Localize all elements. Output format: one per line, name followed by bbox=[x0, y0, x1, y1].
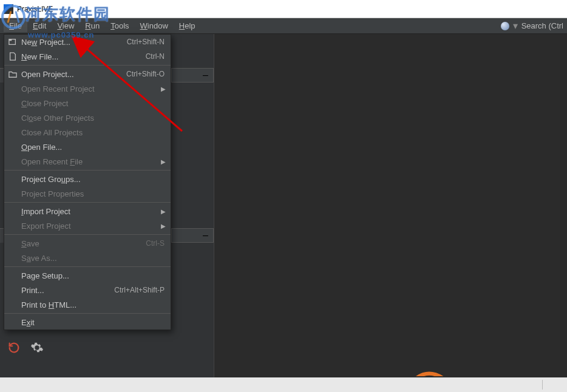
menu-item-open-recent-project: Open Recent Project▶ bbox=[4, 81, 171, 96]
menu-shortcut: Ctrl-N bbox=[146, 52, 165, 61]
menu-item-exit[interactable]: Exit bbox=[4, 315, 171, 329]
sidebar-bottom-icons bbox=[7, 341, 44, 357]
status-separator bbox=[542, 380, 543, 390]
svg-rect-1 bbox=[9, 39, 12, 41]
search-icon bbox=[501, 22, 509, 30]
new-file-icon bbox=[8, 52, 18, 61]
menu-edit[interactable]: Edit bbox=[27, 19, 52, 32]
menu-shortcut: Ctrl+Shift-O bbox=[126, 70, 165, 78]
submenu-arrow-icon: ▶ bbox=[161, 208, 166, 215]
gear-icon[interactable] bbox=[30, 341, 44, 357]
open-project-icon bbox=[8, 69, 18, 79]
menu-item-import-project[interactable]: Import Project▶ bbox=[4, 204, 171, 218]
menu-item-label: Open File... bbox=[21, 143, 165, 152]
menu-item-label: Save bbox=[21, 239, 135, 248]
menu-run[interactable]: Run bbox=[80, 19, 105, 32]
file-menu-dropdown: New Project...Ctrl+Shift-NNew File...Ctr… bbox=[4, 34, 171, 330]
new-project-icon bbox=[8, 37, 18, 47]
refresh-icon[interactable] bbox=[7, 341, 21, 357]
menu-item-new-file[interactable]: New File...Ctrl-N bbox=[4, 49, 171, 64]
submenu-arrow-icon: ▶ bbox=[161, 86, 166, 92]
menu-view[interactable]: View bbox=[52, 19, 80, 32]
main-area bbox=[214, 34, 567, 377]
decorative-shape bbox=[409, 367, 458, 376]
menu-item-label: Project Groups... bbox=[21, 175, 165, 184]
panel-minimize-1[interactable]: – bbox=[171, 68, 214, 83]
menu-item-open-recent-file: Open Recent File▶ bbox=[4, 154, 171, 169]
menu-item-label: Export Project bbox=[21, 221, 165, 231]
menu-item-project-properties: Project Properties bbox=[4, 186, 171, 201]
menu-item-label: Open Recent File bbox=[21, 157, 165, 166]
menu-item-label: New File... bbox=[21, 52, 135, 61]
menu-item-label: Print to HTML... bbox=[21, 300, 165, 309]
titlebar: PraxisLIVE bbox=[0, 0, 567, 18]
menu-item-new-project[interactable]: New Project...Ctrl+Shift-N bbox=[4, 35, 171, 49]
menu-item-label: Import Project bbox=[21, 207, 165, 216]
menu-shortcut: Ctrl+Shift-N bbox=[127, 38, 165, 46]
menu-item-label: Print... bbox=[21, 286, 103, 295]
menu-item-label: Open Project... bbox=[21, 70, 115, 79]
menu-item-save-as: Save As... bbox=[4, 251, 171, 265]
menu-item-project-groups[interactable]: Project Groups... bbox=[4, 172, 171, 186]
window-title: PraxisLIVE bbox=[17, 5, 53, 13]
menu-item-close-other-projects: Close Other Projects bbox=[4, 110, 171, 125]
menu-item-label: Exit bbox=[21, 318, 165, 327]
menu-item-label: Open Recent Project bbox=[21, 84, 165, 93]
menu-item-print-to-html[interactable]: Print to HTML... bbox=[4, 297, 171, 312]
menu-item-label: Close All Projects bbox=[21, 128, 165, 137]
menu-item-open-project[interactable]: Open Project...Ctrl+Shift-O bbox=[4, 67, 171, 81]
statusbar bbox=[0, 377, 567, 392]
submenu-arrow-icon: ▶ bbox=[161, 223, 166, 229]
panel-minimize-2[interactable]: – bbox=[171, 228, 214, 243]
menu-item-export-project: Export Project▶ bbox=[4, 218, 171, 233]
menu-item-label: New Project... bbox=[21, 38, 116, 47]
menu-item-page-setup[interactable]: Page Setup... bbox=[4, 268, 171, 283]
menu-item-label: Project Properties bbox=[21, 189, 165, 198]
menu-help[interactable]: Help bbox=[174, 19, 201, 32]
menu-item-label: Save As... bbox=[21, 254, 165, 263]
menu-item-label: Close Project bbox=[21, 99, 165, 108]
menu-item-close-all-projects: Close All Projects bbox=[4, 125, 171, 140]
menu-item-close-project: Close Project bbox=[4, 96, 171, 110]
menu-item-label: Close Other Projects bbox=[21, 113, 165, 123]
menu-item-label: Page Setup... bbox=[21, 271, 165, 280]
menu-item-print[interactable]: Print...Ctrl+Alt+Shift-P bbox=[4, 283, 171, 297]
menu-file[interactable]: File bbox=[4, 19, 27, 32]
menubar: File Edit View Run Tools Window Help ▾ S… bbox=[0, 18, 567, 34]
menu-shortcut: Ctrl-S bbox=[146, 239, 165, 248]
app-icon bbox=[4, 4, 13, 14]
menu-item-save: SaveCtrl-S bbox=[4, 236, 171, 251]
menu-item-open-file[interactable]: Open File... bbox=[4, 140, 171, 154]
menu-shortcut: Ctrl+Alt+Shift-P bbox=[114, 286, 165, 294]
menu-tools[interactable]: Tools bbox=[105, 19, 134, 32]
search-placeholder: Search (Ctrl bbox=[521, 21, 563, 30]
submenu-arrow-icon: ▶ bbox=[161, 158, 166, 165]
menu-window[interactable]: Window bbox=[135, 19, 174, 32]
search-box[interactable]: ▾ Search (Ctrl bbox=[501, 20, 563, 32]
